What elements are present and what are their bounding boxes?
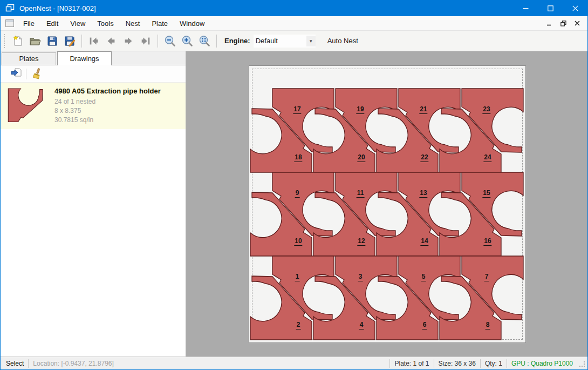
app-icon bbox=[5, 3, 15, 13]
part-number-19: 19 bbox=[356, 106, 364, 114]
engine-select[interactable]: Default ▾ bbox=[254, 35, 316, 48]
app-window: OpenNest - [N0317-002] FileEditViewTools… bbox=[0, 0, 588, 370]
drawing-list-item[interactable]: 4980 A05 Extraction pipe holder 24 of 1 … bbox=[1, 83, 186, 129]
toolbar-separator bbox=[81, 35, 82, 48]
status-separator bbox=[28, 359, 29, 368]
part-number-8: 8 bbox=[486, 321, 490, 329]
new-document-button[interactable] bbox=[10, 33, 25, 49]
part-number-2: 2 bbox=[296, 321, 301, 329]
resize-grip[interactable] bbox=[577, 359, 586, 368]
save-button[interactable] bbox=[45, 33, 60, 49]
close-button[interactable] bbox=[563, 0, 587, 16]
part-number-13: 13 bbox=[419, 190, 427, 198]
status-mode: Select bbox=[1, 360, 24, 367]
menu-file[interactable]: File bbox=[17, 17, 40, 30]
part-number-16: 16 bbox=[483, 238, 491, 246]
go-last-button[interactable] bbox=[138, 33, 153, 49]
mdi-minimize-button[interactable] bbox=[542, 17, 556, 29]
part-number-14: 14 bbox=[420, 238, 428, 246]
tab-plates[interactable]: Plates bbox=[2, 52, 56, 65]
toolbar-grip[interactable] bbox=[4, 34, 6, 48]
status-bar: Select Location: [-0.9437, 21.8796] Plat… bbox=[1, 356, 587, 369]
main-toolbar: Engine: Default ▾ Auto Nest bbox=[1, 31, 587, 51]
tab-strip: Plates Drawings bbox=[1, 51, 186, 65]
status-gpu: GPU : Quadro P1000 bbox=[511, 360, 573, 367]
status-separator bbox=[389, 359, 390, 368]
drawing-area: 30.7815 sq/in bbox=[54, 116, 161, 125]
part-number-23: 23 bbox=[482, 106, 490, 114]
save-as-button[interactable] bbox=[62, 33, 77, 49]
nest-canvas[interactable]: 171921231820222491113151012141613572468 bbox=[186, 51, 587, 356]
part-number-20: 20 bbox=[357, 154, 365, 162]
part-number-21: 21 bbox=[419, 106, 427, 114]
menu-plate[interactable]: Plate bbox=[146, 17, 174, 30]
part-number-11: 11 bbox=[357, 190, 365, 198]
toolbar-separator bbox=[216, 35, 217, 48]
title-bar: OpenNest - [N0317-002] bbox=[1, 0, 587, 16]
left-panel: Plates Drawings bbox=[1, 51, 186, 356]
part-number-17: 17 bbox=[293, 106, 301, 114]
part-number-9: 9 bbox=[295, 190, 300, 198]
open-folder-button[interactable] bbox=[28, 33, 43, 49]
drawings-toolbar bbox=[1, 65, 186, 83]
maximize-button[interactable] bbox=[538, 0, 563, 16]
zoom-extents-button[interactable] bbox=[197, 33, 212, 49]
auto-nest-button[interactable]: Auto Nest bbox=[323, 34, 363, 48]
menu-view[interactable]: View bbox=[64, 17, 91, 30]
menu-edit[interactable]: Edit bbox=[40, 17, 64, 30]
part-thumbnail bbox=[5, 88, 48, 124]
drawing-nested-count: 24 of 1 nested bbox=[54, 97, 161, 106]
part-number-22: 22 bbox=[420, 154, 428, 162]
plate[interactable]: 171921231820222491113151012141613572468 bbox=[249, 65, 526, 343]
engine-selected-value: Default bbox=[254, 37, 306, 45]
drawing-size: 8 x 8.375 bbox=[54, 106, 161, 116]
part-number-6: 6 bbox=[422, 321, 427, 329]
tab-drawings[interactable]: Drawings bbox=[57, 51, 112, 65]
part-number-3: 3 bbox=[358, 273, 363, 281]
part-number-15: 15 bbox=[482, 190, 490, 198]
status-size: Size: 36 x 36 bbox=[439, 360, 476, 367]
part-number-10: 10 bbox=[294, 238, 302, 246]
mdi-document-icon[interactable] bbox=[5, 19, 14, 27]
engine-label: Engine: bbox=[224, 37, 250, 45]
part-number-12: 12 bbox=[357, 238, 365, 246]
status-plate: Plate: 1 of 1 bbox=[394, 360, 429, 367]
menu-nest[interactable]: Nest bbox=[120, 17, 146, 30]
part-number-7: 7 bbox=[484, 273, 489, 281]
go-next-button[interactable] bbox=[121, 33, 136, 49]
panel-toolbar-separator bbox=[26, 69, 26, 79]
part-number-18: 18 bbox=[294, 154, 302, 162]
status-location: Location: [-0.9437, 21.8796] bbox=[33, 360, 113, 367]
status-qty: Qty: 1 bbox=[485, 360, 502, 367]
drawing-title: 4980 A05 Extraction pipe holder bbox=[54, 87, 161, 95]
part-number-24: 24 bbox=[483, 154, 491, 162]
status-separator bbox=[507, 359, 507, 368]
part-number-4: 4 bbox=[359, 321, 364, 329]
mdi-restore-button[interactable] bbox=[556, 17, 570, 29]
status-separator bbox=[434, 359, 434, 368]
import-drawing-button[interactable] bbox=[8, 67, 23, 81]
toolbar-separator bbox=[158, 35, 158, 48]
mdi-close-button[interactable] bbox=[570, 17, 584, 29]
chevron-down-icon[interactable]: ▾ bbox=[306, 36, 316, 46]
menu-tools[interactable]: Tools bbox=[91, 17, 119, 30]
menu-bar: FileEditViewToolsNestPlateWindow bbox=[1, 16, 587, 31]
part-number-1: 1 bbox=[295, 273, 300, 281]
minimize-button[interactable] bbox=[513, 0, 538, 16]
menu-window[interactable]: Window bbox=[174, 17, 210, 30]
go-first-button[interactable] bbox=[86, 33, 101, 49]
part-number-5: 5 bbox=[421, 273, 426, 281]
window-title: OpenNest - [N0317-002] bbox=[19, 4, 513, 12]
zoom-out-button[interactable] bbox=[162, 33, 177, 49]
zoom-in-button[interactable] bbox=[180, 33, 195, 49]
go-previous-button[interactable] bbox=[104, 33, 119, 49]
clean-button[interactable] bbox=[29, 67, 44, 81]
status-separator bbox=[480, 359, 481, 368]
